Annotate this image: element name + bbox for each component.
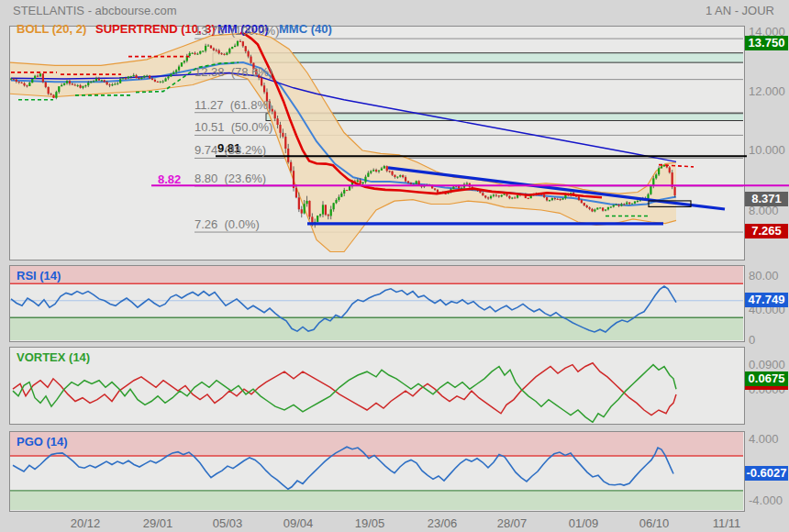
value-badge: 0.0675 [745, 371, 788, 386]
candle-body [162, 82, 164, 83]
candle-body [673, 187, 675, 195]
candle-body [101, 80, 103, 81]
candle-body [361, 183, 363, 184]
date-tick-label: 20/12 [71, 516, 101, 530]
legend-mmc40: MMC (40) [279, 23, 332, 36]
candle-body [617, 205, 619, 205]
candle-body [506, 194, 507, 195]
candle-body [330, 209, 332, 216]
date-tick-label: 28/07 [497, 516, 528, 530]
candle-body [399, 175, 401, 177]
candle-body [181, 62, 183, 66]
candle-body [304, 204, 306, 213]
candle-body [178, 67, 180, 71]
candle-body [357, 180, 359, 182]
fib-level-label: 10.51 (50.0%) [194, 121, 272, 134]
candle-body [586, 205, 588, 207]
candle-body [263, 85, 265, 92]
candle-body [149, 76, 150, 79]
candle-body [349, 186, 350, 190]
candle-body [490, 196, 492, 198]
candle-body [623, 204, 625, 205]
candle-body [237, 41, 239, 46]
candle-body [596, 208, 598, 210]
candle-body [50, 94, 51, 94]
candle-body [226, 53, 228, 55]
candle-body [396, 177, 398, 178]
value-badge: 7.265 [745, 224, 788, 238]
candle-body [194, 53, 195, 54]
value-badge: 13.750 [745, 36, 788, 50]
candle-body [290, 162, 292, 171]
candle-body [111, 84, 113, 85]
candle-body [128, 76, 129, 78]
candle-body [223, 54, 225, 55]
candle-body [213, 49, 215, 50]
axis-tick-label: 0.0900 [749, 358, 789, 371]
candle-body [231, 47, 233, 49]
candle-body [503, 194, 505, 194]
candle-body [26, 85, 28, 86]
candle-body [82, 86, 83, 88]
axis-tick-label: -4.000 [749, 493, 789, 507]
value-badge: 8.371 [745, 192, 788, 206]
candle-body [13, 79, 15, 80]
candle-body [364, 177, 366, 183]
candle-body [317, 216, 318, 222]
candle-body [58, 86, 60, 92]
fib-level-label: 12.38 (78.6%) [194, 66, 272, 79]
candle-body [210, 46, 212, 49]
date-tick-label: 06/10 [639, 516, 670, 530]
overbought-zone [10, 266, 743, 283]
candle-body [239, 41, 241, 42]
candle-body [172, 72, 174, 74]
candle-body [205, 46, 206, 51]
vortex-panel[interactable] [10, 348, 745, 425]
candle-body [605, 209, 606, 210]
candle-body [189, 53, 191, 56]
candle-body [284, 137, 286, 149]
candle-body [228, 49, 230, 52]
candle-body [517, 195, 518, 198]
overbought-zone [10, 432, 743, 456]
candle-body [135, 75, 137, 78]
candle-body [484, 195, 486, 197]
candle-body [418, 181, 420, 184]
candle-body [167, 76, 169, 78]
candle-body [482, 193, 483, 195]
candle-body [328, 215, 329, 216]
candle-body [154, 80, 156, 82]
candle-body [594, 209, 595, 211]
chart-canvas [0, 0, 789, 532]
date-tick-label: 29/01 [143, 516, 173, 530]
candle-body [386, 166, 388, 171]
candle-body [87, 83, 89, 85]
candle-body [445, 194, 447, 194]
candle-body [245, 46, 247, 51]
candle-body [117, 83, 118, 84]
candle-body [378, 171, 380, 172]
candle-body [333, 203, 335, 209]
candle-body [581, 200, 583, 203]
candle-body [493, 194, 495, 195]
candle-body [628, 203, 630, 205]
axis-tick-label: 80.00 [749, 269, 789, 283]
candle-body [63, 83, 65, 85]
candle-body [389, 171, 391, 172]
candle-body [114, 84, 116, 85]
candle-body [416, 181, 417, 183]
candle-body [549, 200, 550, 201]
candle-body [319, 215, 321, 216]
candle-body [31, 79, 33, 83]
candle-body [143, 76, 145, 78]
candle-body [138, 78, 139, 79]
candle-body [591, 209, 593, 212]
candle-body [410, 183, 412, 183]
candle-body [658, 168, 660, 174]
fib-level-label: 8.80 (23.6%) [194, 172, 266, 185]
candle-body [306, 201, 307, 204]
candle-body [437, 190, 439, 193]
candle-body [90, 82, 92, 83]
candle-body [160, 82, 161, 83]
candle-body [610, 206, 612, 207]
